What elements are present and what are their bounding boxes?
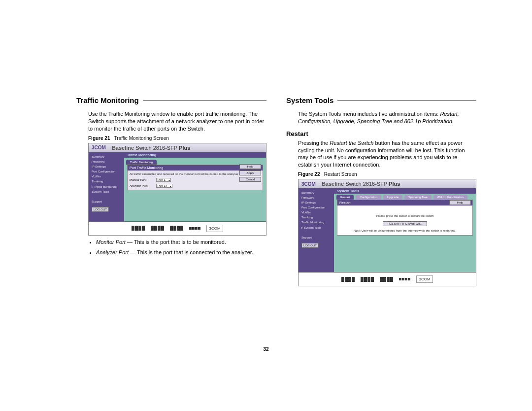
restart-screenshot: 3COM Baseline Switch 2816-SFP Plus Summa… (298, 179, 476, 286)
nav-summary[interactable]: Summary (299, 190, 333, 195)
brand-3com: 3COM (92, 145, 106, 150)
nav-vlans[interactable]: VLANs (90, 174, 123, 179)
tab-configuration[interactable]: Configuration (356, 195, 381, 200)
analyzer-port-label: Analyzer Port: (130, 184, 154, 187)
desc-analyzer-port: — This is the port that is connected to … (129, 249, 253, 255)
logout-button[interactable]: LOG OUT (92, 207, 109, 212)
product-plus: Plus (389, 181, 400, 187)
tab-upgrade[interactable]: Upgrade (383, 195, 402, 200)
product-model: Switch 2816-SFP (135, 145, 177, 151)
nav-system-tools[interactable]: System Tools (90, 189, 123, 194)
tab-restart[interactable]: Restart (336, 195, 354, 200)
apply-button[interactable]: Apply (239, 171, 261, 175)
figure-22-label: Figure 22 (298, 171, 320, 177)
help-button[interactable]: Help (239, 164, 261, 169)
st-intro-plain: The System Tools menu includes five admi… (298, 111, 438, 117)
page-number: 32 (263, 346, 268, 352)
product-model: Switch 2816-SFP (345, 181, 387, 187)
nav-trunking[interactable]: Trunking (90, 179, 123, 184)
system-tools-intro: The System Tools menu includes five admi… (298, 110, 476, 125)
figure-22-caption: Figure 22 Restart Screen (298, 171, 476, 177)
brand-3com: 3COM (301, 181, 316, 187)
figure-21-text: Traffic Monitoring Screen (114, 136, 169, 141)
restart-note: Note: User will be disconnected from the… (339, 229, 470, 233)
desc-monitor-port: — This is the port that is to be monitor… (126, 239, 226, 245)
product-baseline: Baseline (322, 181, 344, 187)
help-button[interactable]: Help (449, 200, 471, 205)
product-baseline: Baseline (112, 145, 134, 151)
bottom-brand: 3COM (206, 225, 223, 232)
monitor-port-select[interactable]: Port 1 (156, 178, 171, 182)
figure-21-caption: Figure 21 Traffic Monitoring Screen (88, 136, 266, 141)
restart-para: Pressing the Restart the Switch button h… (298, 139, 476, 169)
logout-button[interactable]: LOG OUT (301, 243, 319, 248)
breadcrumb: Traffic Monitoring (124, 152, 266, 158)
traffic-monitoring-screenshot: 3COM Baseline Switch 2816-SFP Plus Summa… (88, 143, 266, 236)
tm-intro: Use the Traffic Monitoring window to ena… (88, 110, 266, 133)
restart-instruction: Please press the button to restart the s… (339, 214, 470, 218)
bullet-analyzer-port: Analyzer Port — This is the port that is… (96, 249, 266, 256)
nav-system-tools[interactable]: System Tools (299, 225, 333, 230)
breadcrumb: System Tools (334, 188, 476, 194)
nav-ip-settings[interactable]: IP Settings (299, 200, 333, 205)
bottom-brand: 3COM (416, 275, 432, 283)
tab-traffic-monitoring[interactable]: Traffic Monitoring (126, 160, 157, 165)
nav-support[interactable]: Support (90, 199, 123, 204)
nav-summary[interactable]: Summary (90, 154, 123, 159)
term-analyzer-port: Analyzer Port (96, 249, 129, 255)
nav-support[interactable]: Support (299, 235, 333, 240)
monitor-port-label: Monitor Port: (130, 178, 154, 181)
heading-system-tools: System Tools (286, 96, 337, 104)
switch-ports-graphic: 3COM (299, 272, 476, 286)
restart-text-a: Pressing the (298, 140, 330, 146)
tab-8021p[interactable]: 802.1p Prioritization (433, 195, 467, 200)
heading-traffic-monitoring: Traffic Monitoring (76, 96, 143, 104)
product-plus: Plus (179, 145, 190, 151)
nav-trunking[interactable]: Trunking (299, 215, 333, 220)
restart-text-italic: Restart the Switch (330, 140, 373, 146)
nav-vlans[interactable]: VLANs (299, 210, 333, 215)
restart-switch-button[interactable]: RESTART THE SWITCH... (383, 221, 427, 226)
sidebar-nav: Summary Password IP Settings Port Config… (89, 152, 124, 221)
nav-port-config[interactable]: Port Configuration (299, 205, 333, 210)
subheading-restart: Restart (286, 130, 476, 137)
nav-password[interactable]: Password (299, 195, 333, 200)
analyzer-port-select[interactable]: Port 14 (156, 184, 172, 188)
figure-22-text: Restart Screen (324, 171, 357, 177)
nav-ip-settings[interactable]: IP Settings (90, 164, 123, 169)
bullet-monitor-port: Monitor Port — This is the port that is … (96, 239, 266, 246)
term-monitor-port: Monitor Port (96, 239, 126, 245)
switch-ports-graphic: 3COM (89, 221, 266, 235)
nav-password[interactable]: Password (90, 159, 123, 164)
nav-traffic-monitoring[interactable]: Traffic Monitoring (299, 220, 333, 225)
nav-port-config[interactable]: Port Configuration (90, 169, 123, 174)
cancel-button[interactable]: Cancel (239, 177, 261, 182)
nav-traffic-monitoring[interactable]: Traffic Monitoring (90, 184, 123, 189)
tab-spanning-tree[interactable]: Spanning Tree (404, 195, 432, 200)
figure-21-label: Figure 21 (88, 136, 110, 141)
sidebar-nav: Summary Password IP Settings Port Config… (299, 188, 334, 272)
